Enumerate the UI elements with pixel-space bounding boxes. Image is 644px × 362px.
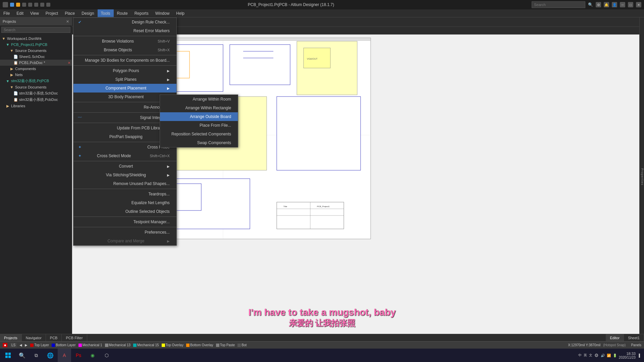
menu-split-planes[interactable]: Split Planes ▶: [73, 75, 176, 84]
start-button[interactable]: [1, 349, 15, 362]
tree-nets[interactable]: ▶ Nets: [0, 72, 72, 78]
properties-panel-tab[interactable]: Properties: [641, 168, 644, 185]
menu-help[interactable]: Help: [173, 9, 188, 17]
minimize-button[interactable]: ─: [620, 2, 625, 7]
tab-navigator[interactable]: Navigator: [22, 334, 46, 341]
tab-pcb[interactable]: PCB: [46, 334, 62, 341]
notifications-button[interactable]: 🔔: [604, 2, 609, 7]
tree-sheet1[interactable]: 📄 Sheet1.SchDoc: [0, 54, 72, 60]
tree-stm32-sch[interactable]: 📄 stm32最小系统.SchDoc: [0, 90, 72, 97]
speaker-icon[interactable]: 🔊: [601, 354, 605, 357]
menu-remove-unused-pads[interactable]: Remove Unused Pad Shapes...: [73, 179, 176, 188]
menu-teardrops[interactable]: Teardrops...: [73, 190, 176, 198]
snap-display: (Hotspot Snap): [603, 343, 626, 347]
menu-reset-error-markers[interactable]: Reset Error Markers: [73, 26, 176, 35]
coord-display: X:12970mil Y:3870mil: [568, 343, 601, 347]
menu-component-placement[interactable]: Component Placement ▶: [73, 84, 176, 93]
tree-source-docs2[interactable]: ▼ Source Documents: [0, 84, 72, 90]
menu-arrange-within-room[interactable]: Arrange Within Room: [160, 95, 238, 104]
menu-view[interactable]: View: [27, 9, 42, 17]
sidebar-close-icon[interactable]: ✕: [66, 19, 69, 24]
swap-icon: [163, 140, 169, 146]
browse-violations-label: Browse Violations: [102, 39, 134, 44]
menu-place[interactable]: Place: [61, 9, 78, 17]
menu-swap-components[interactable]: Swap Components: [160, 138, 238, 147]
convert-icon: [77, 163, 83, 169]
settings-icon[interactable]: ⚙: [594, 353, 599, 358]
menu-reposition-selected[interactable]: Reposition Selected Components: [160, 130, 238, 138]
tree-source-docs[interactable]: ▼ Source Documents: [0, 48, 72, 54]
tree-project1[interactable]: ▼ PCB_Project1.PrjPCB: [0, 42, 72, 48]
menu-file[interactable]: File: [0, 9, 13, 17]
menu-reports[interactable]: Reports: [131, 9, 152, 17]
menu-outline-selected[interactable]: Outline Selected Objects: [73, 207, 176, 216]
nav-next[interactable]: ▶: [25, 343, 28, 347]
svg-rect-47: [5, 353, 8, 355]
menu-convert[interactable]: Convert ▶: [73, 162, 176, 171]
tab-editor[interactable]: Editor: [606, 334, 624, 341]
manage-3d-label: Manage 3D Bodies for Components on Board…: [85, 58, 170, 63]
tree-components[interactable]: ▶ Components: [0, 66, 72, 72]
input-method: 中: [578, 353, 582, 358]
layer-bottom: Bottom Layer: [52, 343, 75, 347]
close-button[interactable]: ✕: [636, 2, 641, 7]
tree-workspace[interactable]: ▼ Workspace1.DsnWrk: [0, 36, 72, 42]
panels-button[interactable]: Panels: [631, 343, 641, 347]
menu-design-rule-check[interactable]: ✔ Design Rule Check...: [73, 18, 176, 26]
menu-edit[interactable]: Edit: [13, 9, 27, 17]
task-view-button[interactable]: ⧉: [30, 349, 43, 362]
tab-pcb-filter[interactable]: PCB Filter: [62, 334, 87, 341]
settings-button[interactable]: ⚙: [596, 2, 601, 7]
nav-prev[interactable]: ◀: [19, 343, 22, 347]
menu-testpoint-manager[interactable]: Testpoint Manager...: [73, 218, 176, 226]
tree-stm32-pcb[interactable]: 📋 stm32最小系统.PcbDoc: [0, 97, 72, 103]
menu-cross-select[interactable]: ✦ Cross Select Mode Shift+Ctrl+X: [73, 152, 176, 160]
teardrops-label: Teardrops...: [148, 192, 169, 196]
menu-arrange-outside-board[interactable]: Arrange Outside Board: [160, 112, 238, 121]
extra-button[interactable]: ⬡: [100, 349, 113, 362]
tab-sheet1[interactable]: Sheet1: [624, 334, 644, 341]
tab-projects[interactable]: Projects: [0, 334, 22, 341]
toolbar-icon-2: [16, 3, 20, 7]
tree-project2[interactable]: ▼ stm32最小系统.PrjPCB: [0, 78, 72, 84]
pcb-icon: 📋: [13, 60, 18, 65]
window-title: PCB_Project1.PrjPCB - Altium Designer (1…: [50, 2, 532, 7]
menu-via-stitching[interactable]: Via Stitching/Shielding ▶: [73, 171, 176, 179]
show-desktop-icon[interactable]: ▐: [638, 354, 640, 357]
input-icon: 英: [584, 353, 587, 358]
stm32-pcb-icon: 📋: [13, 98, 18, 102]
menu-equalize-net-lengths[interactable]: Equalize Net Lengths: [73, 198, 176, 207]
layer-indicator: ■: [3, 343, 7, 347]
menu-project[interactable]: Project: [42, 9, 61, 17]
folder-icon-2: ▼: [9, 85, 14, 89]
menu-design[interactable]: Design: [78, 9, 97, 17]
global-search-input[interactable]: [532, 1, 585, 8]
menu-bar: File Edit View Project Place Design Tool…: [0, 9, 644, 17]
chrome-button[interactable]: ◉: [86, 349, 99, 362]
search-taskbar-button[interactable]: 🔍: [15, 349, 29, 362]
convert-arrow: ▶: [167, 165, 170, 168]
adobe-button[interactable]: Ps: [72, 349, 85, 362]
menu-tools[interactable]: Tools: [98, 9, 114, 17]
pcb-error-icon: ✕: [68, 61, 70, 65]
menu-polygon-pours[interactable]: Polygon Pours ▶: [73, 66, 176, 75]
app-icon: [3, 2, 8, 7]
menu-arrange-within-rectangle[interactable]: Arrange Within Rectangle: [160, 104, 238, 112]
equalize-label: Equalize Net Lengths: [131, 200, 170, 205]
menu-window[interactable]: Window: [152, 9, 173, 17]
tree-pcb1[interactable]: 📋 PCB1.PcbDoc * ✕: [0, 60, 72, 66]
altium-taskbar-button[interactable]: A: [58, 349, 71, 362]
menu-route[interactable]: Route: [114, 9, 131, 17]
menu-manage-3d-bodies[interactable]: Manage 3D Bodies for Components on Board…: [73, 56, 176, 65]
menu-browse-violations[interactable]: Browse Violations Shift+V: [73, 37, 176, 46]
user-button[interactable]: 👤: [612, 2, 617, 7]
sidebar-search-input[interactable]: [1, 27, 70, 33]
menu-preferences[interactable]: Preferences...: [73, 228, 176, 237]
menu-browse-objects[interactable]: Browse Objects Shift+X: [73, 46, 176, 54]
toolbar-icon-redo: [46, 3, 50, 7]
maximize-button[interactable]: □: [628, 2, 633, 7]
edge-browser-button[interactable]: 🌐: [44, 349, 57, 362]
layer-top-overlay: Top Overlay: [162, 343, 183, 347]
tree-libraries[interactable]: ▶ Libraries: [0, 103, 72, 109]
menu-place-from-file[interactable]: Place From File...: [160, 121, 238, 130]
